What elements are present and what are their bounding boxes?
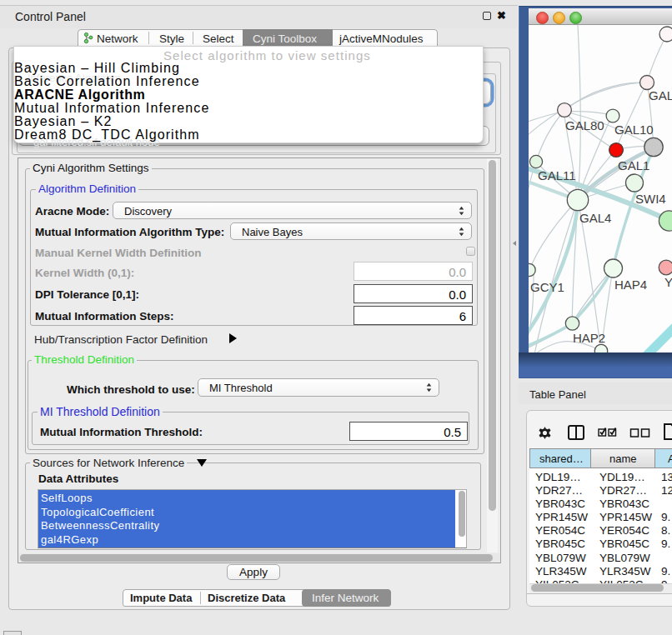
svg-text:GAL7: GAL7	[649, 88, 672, 102]
svg-text:GAL1: GAL1	[618, 158, 649, 172]
svg-text:HAP2: HAP2	[573, 331, 605, 345]
svg-text:Y: Y	[664, 275, 672, 289]
svg-text:GAL10: GAL10	[614, 122, 654, 137]
svg-text:SWI4: SWI4	[635, 192, 666, 206]
svg-text:GAL11: GAL11	[538, 168, 576, 182]
svg-text:HAP4: HAP4	[614, 278, 647, 292]
svg-text:GAL80: GAL80	[565, 118, 604, 132]
svg-text:GCY1: GCY1	[530, 280, 564, 294]
svg-text:GAL4: GAL4	[579, 211, 611, 225]
